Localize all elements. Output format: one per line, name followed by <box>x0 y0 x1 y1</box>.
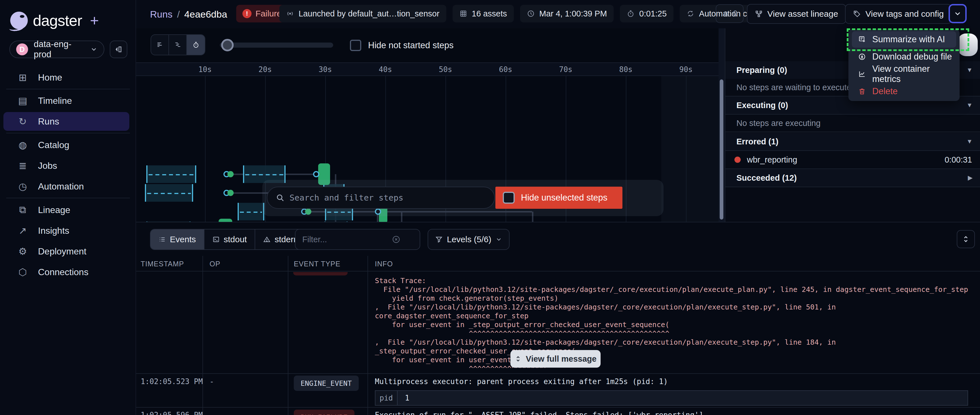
tab-events[interactable]: Events <box>151 230 204 249</box>
view-full-message-label: View full message <box>526 354 597 364</box>
hide-unselected-control: Hide unselected steps <box>495 187 622 209</box>
more-actions-button[interactable] <box>948 4 967 23</box>
caret-down-icon: ▼ <box>966 138 973 145</box>
hide-unselected-label: Hide unselected steps <box>521 193 608 203</box>
deployment-switcher[interactable]: D data-eng-prod <box>10 41 104 58</box>
sidebar-item-insights[interactable]: ↗ Insights <box>3 221 129 240</box>
notifications-button[interactable]: 0 <box>716 4 743 23</box>
sidebar-item-automation[interactable]: ◷ Automation <box>3 177 129 196</box>
section-header-succeeded[interactable]: Succeeded (12) ▶ <box>725 169 980 187</box>
column-header-info: INFO <box>375 260 393 268</box>
collapse-icon <box>114 45 123 54</box>
events-tabs: Events stdout stderr <box>150 229 305 250</box>
failure-alert-icon: ! <box>242 9 251 18</box>
sidebar-item-jobs[interactable]: ≣ Jobs <box>3 156 129 175</box>
clear-filter-icon[interactable] <box>392 235 400 244</box>
hide-unselected-checkbox[interactable] <box>503 192 515 204</box>
view-full-message-button[interactable]: View full message <box>511 350 601 368</box>
run-meta-pill[interactable]: Launched by default_aut…tion_sensor <box>279 5 446 22</box>
axis-tick: 10s <box>199 65 212 74</box>
tab-stdout[interactable]: stdout <box>204 230 256 249</box>
menu-item-delete[interactable]: Delete <box>852 83 956 100</box>
caret-down-icon: ▼ <box>966 102 973 109</box>
deployment-avatar: D <box>16 43 28 55</box>
terminal-icon <box>212 236 220 243</box>
event-op: - <box>210 377 214 386</box>
levels-dropdown[interactable]: Levels (5/6) <box>428 229 509 250</box>
deployment-name: data-eng-prod <box>34 39 84 59</box>
connections-icon: ⬡ <box>17 267 29 278</box>
step-search-input[interactable] <box>290 193 471 203</box>
flat-view-icon <box>156 41 164 48</box>
axis-tick: 80s <box>619 65 633 74</box>
sidebar-item-catalog[interactable]: ◍ Catalog <box>3 136 129 154</box>
sidebar-item-deployment[interactable]: ⚙ Deployment <box>3 242 129 261</box>
assets-grid-icon <box>460 10 467 18</box>
run-meta-pill[interactable]: 0:01:25 <box>620 5 673 22</box>
gantt-step-bar-notstarted[interactable] <box>146 222 191 222</box>
gantt-step-bar-notstarted[interactable] <box>325 222 348 222</box>
gantt-step-bar-notstarted[interactable] <box>238 203 264 220</box>
sidebar: dagster + D data-eng-prod ⊞ Home▤ Timeli… <box>0 0 136 415</box>
gridline <box>686 76 687 222</box>
gantt-right-band <box>661 76 719 222</box>
view-mode-timed-view-icon[interactable] <box>187 35 205 55</box>
stopwatch-icon <box>627 10 635 18</box>
lineage-icon: ⧉ <box>17 204 29 215</box>
collapse-sidebar-button[interactable] <box>110 41 127 58</box>
axis-tick: 30s <box>319 65 332 74</box>
sidebar-divider <box>6 198 130 198</box>
view-tags-config-button[interactable]: View tags and config <box>845 4 951 24</box>
gantt-time-axis: 10s20s30s40s50s60s70s80s90s <box>136 62 719 76</box>
events-filter-input[interactable] <box>302 235 387 244</box>
clock-icon <box>527 10 535 18</box>
sensor-icon <box>286 10 294 18</box>
events-filter-box[interactable] <box>295 229 420 250</box>
expand-collapse-icon <box>962 235 970 243</box>
gantt-step-bar-notstarted[interactable] <box>146 165 196 183</box>
step-search-box[interactable] <box>267 187 495 209</box>
trash-icon <box>858 87 866 95</box>
status-badge-label: Failure <box>256 9 282 18</box>
metrics-icon <box>858 70 866 78</box>
gantt-scrollbar-thumb[interactable] <box>720 80 723 220</box>
gantt-step-bar-notstarted[interactable] <box>145 184 193 202</box>
view-asset-lineage-label: View asset lineage <box>767 9 838 19</box>
sidebar-item-connections[interactable]: ⬡ Connections <box>3 263 129 281</box>
run-meta-pill[interactable]: Mar 4, 1:00:39 PM <box>520 5 614 22</box>
expand-events-panel-button[interactable] <box>957 230 975 248</box>
gantt-zoom-slider-handle[interactable] <box>221 39 234 51</box>
dagster-run-page: dagster + D data-eng-prod ⊞ Home▤ Timeli… <box>0 0 980 415</box>
breadcrumb-run-id: 4eae6dba <box>184 9 227 20</box>
breadcrumb-runs-link[interactable]: Runs <box>150 9 172 20</box>
step-row-wbr_reporting[interactable]: wbr_reporting 0:00:31 <box>725 151 980 169</box>
warning-icon <box>263 236 270 243</box>
axis-tick: 40s <box>379 65 392 74</box>
sidebar-item-timeline[interactable]: ▤ Timeline <box>3 91 129 110</box>
run-meta-pill[interactable]: 16 assets <box>453 5 514 22</box>
gantt-zoom-slider[interactable] <box>220 43 333 48</box>
events-section: Events stdout stderr Levels (5/6) TIMEST… <box>136 222 980 415</box>
menu-item-view-container-metrics[interactable]: View container metrics <box>852 66 956 82</box>
gantt-step-bar-succeeded[interactable] <box>219 219 232 222</box>
hide-not-started-checkbox[interactable] <box>350 40 361 51</box>
chevron-down-icon <box>90 46 97 53</box>
waterfall-view-icon <box>174 41 181 48</box>
run-meta-pills: Launched by default_aut…tion_sensor 16 a… <box>279 5 783 22</box>
gantt-node-ring <box>313 171 319 177</box>
sidebar-item-runs[interactable]: ↻ Runs <box>3 112 129 131</box>
top-header: Runs / 4eae6dba ! Failure Launched by de… <box>136 0 980 29</box>
levels-label: Levels (5/6) <box>447 235 492 244</box>
home-icon: ⊞ <box>17 72 29 83</box>
sidebar-item-lineage[interactable]: ⧉ Lineage <box>3 201 129 219</box>
column-divider <box>288 256 288 415</box>
section-header-errored[interactable]: Errored (1) ▼ <box>725 133 980 151</box>
insights-icon: ↗ <box>17 225 29 236</box>
metadata-key: pid <box>375 391 398 405</box>
brand-name: dagster <box>33 12 82 29</box>
sidebar-item-home[interactable]: ⊞ Home <box>3 68 129 87</box>
view-asset-lineage-button[interactable]: View asset lineage <box>747 4 846 24</box>
view-mode-waterfall-view-icon[interactable] <box>169 35 187 55</box>
event-info: Execution of run for "__ASSET_JOB" faile… <box>375 411 708 415</box>
view-mode-flat-view-icon[interactable] <box>151 35 169 55</box>
